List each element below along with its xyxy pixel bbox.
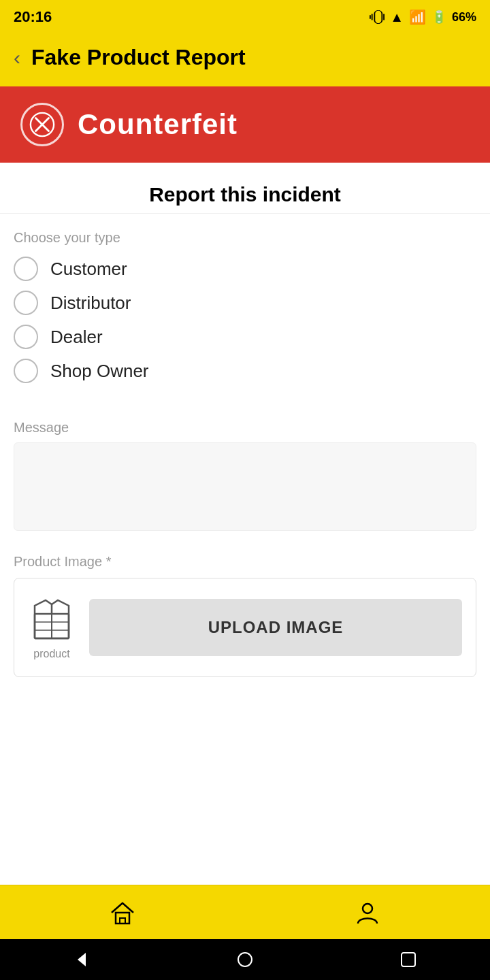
radio-label-dealer: Dealer — [50, 327, 103, 348]
radio-dealer[interactable] — [14, 325, 38, 349]
status-icons: ▲ 📶 🔋 66% — [370, 9, 476, 25]
signal-icon: 📶 — [409, 9, 426, 25]
home-nav-button[interactable] — [88, 892, 157, 933]
product-image-label: Product Image * — [14, 554, 476, 570]
android-back-icon — [72, 950, 91, 969]
radio-group: Customer Distributor Dealer Shop Owner — [14, 257, 476, 383]
content-area: Counterfeit Report this incident Choose … — [0, 86, 490, 885]
android-recent-icon — [399, 950, 418, 969]
x-circle-icon — [29, 112, 55, 137]
radio-option-distributor[interactable]: Distributor — [14, 291, 476, 315]
vibrate-icon — [370, 10, 385, 24]
battery-percent: 66% — [452, 10, 476, 24]
counterfeit-icon — [20, 103, 64, 146]
product-image-box: product UPLOAD IMAGE — [14, 578, 476, 677]
product-image-section: Product Image * — [0, 547, 490, 691]
type-label: Choose your type — [14, 230, 476, 246]
radio-option-customer[interactable]: Customer — [14, 257, 476, 281]
radio-label-distributor: Distributor — [50, 293, 131, 314]
svg-marker-14 — [78, 953, 86, 966]
counterfeit-label: Counterfeit — [78, 108, 238, 141]
product-icon-area: product — [28, 595, 76, 660]
svg-point-15 — [238, 953, 252, 966]
report-title: Report this incident — [14, 183, 476, 206]
radio-option-shopowner[interactable]: Shop Owner — [14, 359, 476, 383]
profile-nav-button[interactable] — [333, 892, 402, 933]
status-time: 20:16 — [14, 8, 52, 26]
radio-distributor[interactable] — [14, 291, 38, 315]
svg-point-13 — [363, 904, 372, 913]
radio-option-dealer[interactable]: Dealer — [14, 325, 476, 349]
header: ‹ Fake Product Report — [0, 34, 490, 86]
battery-icon: 🔋 — [431, 10, 446, 24]
message-section: Message — [0, 420, 490, 547]
home-icon — [109, 899, 136, 926]
radio-shopowner[interactable] — [14, 359, 38, 383]
android-back-button[interactable] — [72, 950, 91, 969]
android-home-button[interactable] — [235, 950, 255, 969]
form-section: Choose your type Customer Distributor De… — [0, 214, 490, 420]
back-button[interactable]: ‹ — [14, 46, 20, 69]
radio-customer[interactable] — [14, 257, 38, 281]
product-box-icon — [28, 595, 76, 642]
wifi-icon: ▲ — [390, 10, 404, 25]
profile-icon — [354, 899, 381, 926]
upload-image-button[interactable]: UPLOAD IMAGE — [89, 599, 462, 656]
android-home-icon — [235, 950, 255, 969]
product-icon-label: product — [33, 648, 69, 660]
status-bar: 20:16 ▲ 📶 🔋 66% — [0, 0, 490, 34]
radio-label-customer: Customer — [50, 259, 127, 280]
android-recent-button[interactable] — [399, 950, 418, 969]
svg-rect-16 — [402, 953, 415, 966]
android-nav-bar — [0, 939, 490, 980]
bottom-nav — [0, 885, 490, 939]
report-section: Report this incident — [0, 163, 490, 214]
counterfeit-banner: Counterfeit — [0, 86, 490, 163]
message-label: Message — [14, 420, 476, 436]
page-title: Fake Product Report — [31, 45, 246, 70]
message-input[interactable] — [14, 442, 476, 531]
radio-label-shopowner: Shop Owner — [50, 361, 149, 382]
